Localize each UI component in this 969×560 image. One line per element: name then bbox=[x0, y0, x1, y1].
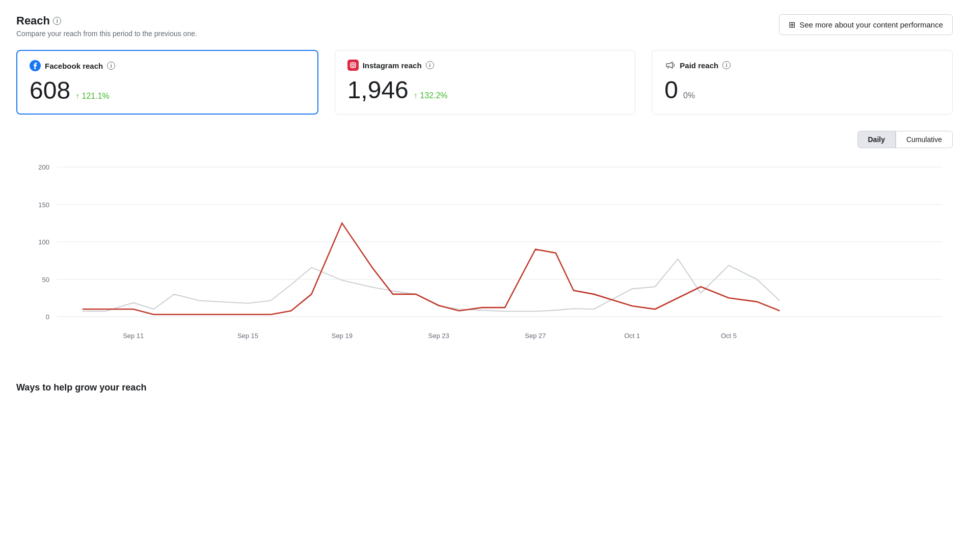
svg-text:Sep 15: Sep 15 bbox=[237, 332, 258, 340]
facebook-metric-label-text: Facebook reach bbox=[45, 62, 103, 70]
megaphone-icon bbox=[664, 60, 676, 71]
content-performance-button[interactable]: ⊞ See more about your content performanc… bbox=[779, 14, 953, 35]
footer-title-text: Ways to help grow your reach bbox=[16, 382, 146, 393]
footer-section-title: Ways to help grow your reach bbox=[16, 382, 953, 393]
title-block: Reach i Compare your reach from this per… bbox=[16, 14, 197, 38]
paid-metric-label: Paid reach i bbox=[664, 60, 940, 71]
svg-text:Sep 27: Sep 27 bbox=[525, 332, 546, 340]
facebook-metric-value: 608 ↑ 121.1% bbox=[30, 76, 305, 104]
instagram-info-icon[interactable]: i bbox=[426, 61, 434, 69]
instagram-metric-value: 1,946 ↑ 132.2% bbox=[347, 76, 623, 104]
paid-reach-card[interactable]: Paid reach i 0 0% bbox=[652, 50, 953, 115]
svg-text:50: 50 bbox=[42, 275, 49, 283]
svg-text:150: 150 bbox=[38, 201, 49, 208]
facebook-value-number: 608 bbox=[30, 76, 70, 104]
svg-text:Sep 11: Sep 11 bbox=[123, 332, 144, 340]
facebook-info-icon[interactable]: i bbox=[107, 62, 115, 70]
instagram-metric-label-text: Instagram reach bbox=[363, 61, 422, 70]
page-title: Reach i bbox=[16, 14, 197, 27]
svg-text:200: 200 bbox=[38, 163, 49, 171]
instagram-reach-card[interactable]: Instagram reach i 1,946 ↑ 132.2% bbox=[335, 50, 636, 115]
chart-controls: Daily Cumulative bbox=[16, 131, 953, 148]
chart-area: 200 150 100 50 0 Sep 11 Sep 15 Sep 19 Se… bbox=[16, 156, 953, 370]
facebook-metric-label: Facebook reach i bbox=[30, 60, 305, 71]
instagram-metric-label: Instagram reach i bbox=[347, 60, 623, 71]
svg-text:Oct 5: Oct 5 bbox=[721, 332, 737, 340]
paid-info-icon[interactable]: i bbox=[722, 61, 731, 69]
previous-period-line bbox=[83, 259, 780, 312]
facebook-icon bbox=[30, 60, 41, 71]
reach-chart: 200 150 100 50 0 Sep 11 Sep 15 Sep 19 Se… bbox=[16, 156, 953, 370]
svg-rect-1 bbox=[347, 60, 359, 71]
cumulative-toggle-button[interactable]: Cumulative bbox=[896, 131, 953, 148]
facebook-change: ↑ 121.1% bbox=[75, 92, 110, 101]
title-info-icon[interactable]: i bbox=[53, 17, 61, 25]
svg-text:100: 100 bbox=[38, 238, 49, 246]
svg-text:Oct 1: Oct 1 bbox=[624, 332, 640, 340]
current-period-line bbox=[83, 223, 780, 315]
svg-point-4 bbox=[355, 63, 356, 64]
paid-metric-value: 0 0% bbox=[664, 76, 940, 104]
paid-value-number: 0 bbox=[664, 76, 678, 104]
title-text: Reach bbox=[16, 14, 50, 27]
content-performance-label: See more about your content performance bbox=[799, 20, 943, 29]
page-subtitle: Compare your reach from this period to t… bbox=[16, 30, 197, 38]
facebook-reach-card[interactable]: Facebook reach i 608 ↑ 121.1% bbox=[16, 50, 318, 115]
daily-toggle-button[interactable]: Daily bbox=[857, 131, 896, 148]
table-icon: ⊞ bbox=[789, 20, 795, 30]
paid-metric-label-text: Paid reach bbox=[680, 61, 718, 70]
instagram-value-number: 1,946 bbox=[347, 76, 409, 104]
instagram-icon bbox=[347, 60, 359, 71]
svg-text:Sep 19: Sep 19 bbox=[332, 332, 353, 340]
paid-change: 0% bbox=[683, 91, 695, 100]
page-header: Reach i Compare your reach from this per… bbox=[16, 14, 953, 38]
svg-text:0: 0 bbox=[46, 313, 49, 321]
metrics-row: Facebook reach i 608 ↑ 121.1% bbox=[16, 50, 953, 115]
svg-text:Sep 23: Sep 23 bbox=[428, 332, 449, 340]
instagram-change: ↑ 132.2% bbox=[414, 91, 448, 100]
